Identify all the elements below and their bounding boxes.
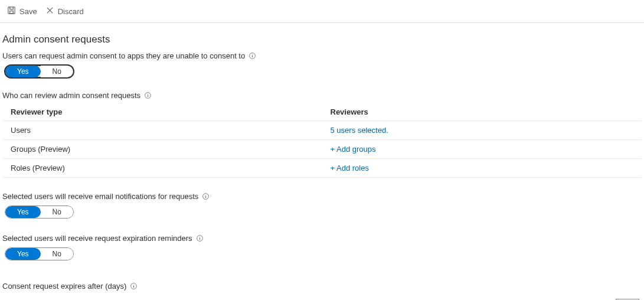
col-reviewers: Reviewers [322, 103, 642, 121]
toggle-option-no[interactable]: No [41, 66, 73, 77]
cell-reviewer-type: Roles (Preview) [2, 159, 322, 178]
setting-email-notifications-label: Selected users will receive email notifi… [2, 192, 642, 201]
toggle-option-no[interactable]: No [41, 248, 73, 260]
save-icon [7, 6, 16, 17]
setting-label: Users can request admin consent to apps … [2, 51, 245, 60]
add-roles-link[interactable]: + Add roles [331, 164, 369, 172]
toggle-option-yes[interactable]: Yes [5, 206, 41, 218]
content: Admin consent requests Users can request… [0, 23, 644, 300]
setting-label: Who can review admin consent requests [2, 91, 140, 100]
setting-expires-after-label: Consent request expires after (days) [2, 282, 642, 291]
save-button[interactable]: Save [7, 6, 37, 17]
table-row: Users 5 users selected. [2, 121, 642, 140]
svg-rect-1 [10, 11, 14, 14]
table-row: Roles (Preview) + Add roles [2, 159, 642, 178]
info-icon[interactable] [249, 52, 256, 60]
reviewers-link-users[interactable]: 5 users selected. [331, 126, 388, 135]
toggle-users-can-request[interactable]: Yes No [5, 65, 74, 78]
setting-label: Selected users will receive request expi… [2, 234, 192, 243]
cell-reviewer-type: Groups (Preview) [2, 140, 322, 159]
info-icon[interactable] [144, 92, 152, 99]
reviewer-table: Reviewer type Reviewers Users 5 users se… [2, 103, 642, 178]
setting-expiration-reminders-label: Selected users will receive request expi… [2, 234, 642, 243]
cell-reviewer-type: Users [2, 121, 322, 140]
svg-rect-0 [8, 7, 15, 14]
toolbar: Save Discard [0, 0, 644, 23]
who-can-review-heading: Who can review admin consent requests [2, 91, 642, 100]
setting-label: Consent request expires after (days) [2, 282, 126, 291]
toggle-expiration-reminders[interactable]: Yes No [5, 247, 74, 260]
save-button-label: Save [19, 7, 37, 16]
setting-label: Selected users will receive email notifi… [2, 192, 198, 201]
info-icon[interactable] [196, 234, 204, 242]
toggle-option-yes[interactable]: Yes [5, 248, 41, 260]
info-icon[interactable] [202, 193, 210, 200]
toggle-option-yes[interactable]: Yes [5, 66, 41, 77]
discard-button[interactable]: Discard [45, 6, 84, 17]
page-title: Admin consent requests [2, 34, 642, 45]
info-icon[interactable] [130, 282, 138, 290]
setting-users-can-request-label: Users can request admin consent to apps … [2, 51, 642, 60]
close-icon [45, 6, 54, 17]
discard-button-label: Discard [58, 7, 84, 16]
add-groups-link[interactable]: + Add groups [331, 145, 376, 154]
toggle-email-notifications[interactable]: Yes No [5, 206, 74, 219]
toggle-option-no[interactable]: No [41, 206, 73, 218]
table-row: Groups (Preview) + Add groups [2, 140, 642, 159]
table-header-row: Reviewer type Reviewers [2, 103, 642, 121]
col-reviewer-type: Reviewer type [2, 103, 322, 121]
